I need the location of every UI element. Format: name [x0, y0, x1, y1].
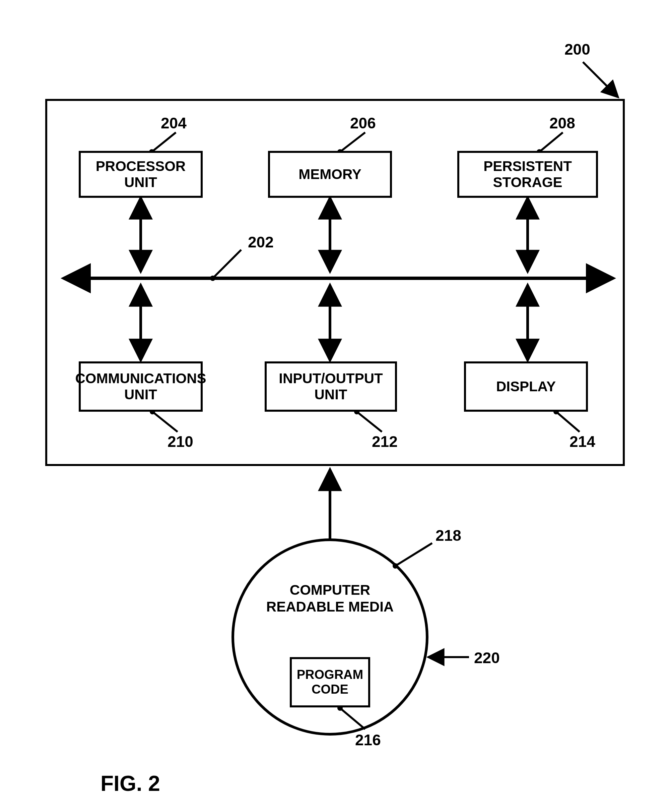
- ref-208: 208: [549, 114, 575, 132]
- diagram-stage: PROCESSOR UNIT MEMORY PERSISTENT STORAGE…: [0, 0, 667, 812]
- media-label-line2: READABLE MEDIA: [266, 599, 394, 614]
- communications-unit-box: COMMUNICATIONS UNIT: [79, 361, 203, 412]
- communications-unit-label: COMMUNICATIONS UNIT: [75, 371, 206, 403]
- ref-204: 204: [161, 114, 187, 132]
- ref-202: 202: [248, 233, 274, 251]
- ref-220: 220: [474, 649, 500, 667]
- leader-200: [583, 62, 618, 97]
- ref-200: 200: [564, 40, 590, 58]
- persistent-storage-box: PERSISTENT STORAGE: [457, 151, 598, 198]
- figure-label: FIG. 2: [101, 771, 160, 796]
- ref-212: 212: [372, 433, 398, 451]
- ref-210: 210: [168, 433, 193, 451]
- io-unit-box: INPUT/OUTPUT UNIT: [265, 361, 397, 412]
- processor-unit-box: PROCESSOR UNIT: [79, 151, 203, 198]
- media-label-line1: COMPUTER: [290, 582, 370, 598]
- ref-214: 214: [569, 433, 595, 451]
- io-unit-label: INPUT/OUTPUT UNIT: [270, 371, 392, 403]
- display-label: DISPLAY: [496, 378, 556, 394]
- leader-216: [340, 708, 365, 729]
- memory-label: MEMORY: [299, 166, 361, 182]
- ref-218: 218: [436, 526, 461, 544]
- program-code-label: PROGRAM CODE: [292, 667, 368, 697]
- display-box: DISPLAY: [464, 361, 588, 412]
- media-label: COMPUTER READABLE MEDIA: [263, 582, 397, 616]
- program-code-box: PROGRAM CODE: [290, 657, 370, 707]
- ref-206: 206: [350, 114, 376, 132]
- leader-218: [395, 543, 432, 566]
- ref-216: 216: [355, 731, 381, 749]
- processor-unit-label: PROCESSOR UNIT: [84, 158, 197, 191]
- persistent-storage-label: PERSISTENT STORAGE: [463, 158, 592, 191]
- memory-box: MEMORY: [268, 151, 392, 198]
